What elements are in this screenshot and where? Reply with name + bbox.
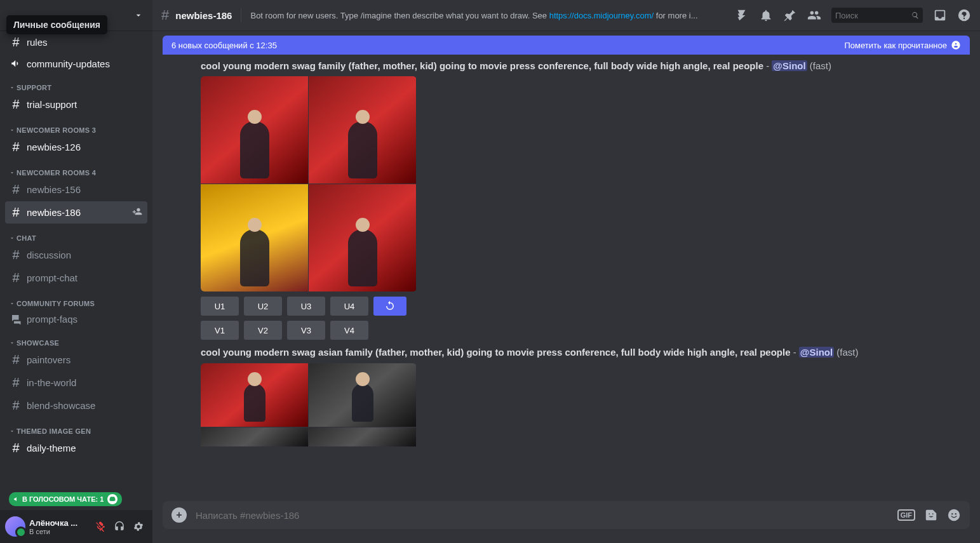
prompt-text: cool young modern swag family (father, m…	[201, 60, 970, 72]
variation-V3[interactable]: V3	[287, 321, 325, 340]
category-header[interactable]: SHOWCASE	[5, 329, 147, 348]
channel-title: newbies-186	[175, 10, 232, 21]
category-header[interactable]: SUPPORT	[5, 74, 147, 93]
channel-in-the-world[interactable]: #in-the-world	[5, 372, 147, 394]
channel-community-updates[interactable]: community-updates	[5, 54, 147, 73]
hash-icon: #	[10, 398, 22, 413]
forum-icon	[10, 313, 22, 325]
channel-daily-theme[interactable]: #daily-theme	[5, 437, 147, 459]
upscale-U4[interactable]: U4	[330, 297, 368, 316]
hash-icon: #	[10, 271, 22, 285]
category-header[interactable]: CHAT	[5, 224, 147, 243]
channel-paintovers[interactable]: #paintovers	[5, 349, 147, 371]
channel-topic[interactable]: Bot room for new users. Type /imagine th…	[250, 11, 728, 20]
category-header[interactable]: COMMUNITY FORUMS	[5, 290, 147, 309]
mention[interactable]: @Sinol	[799, 347, 834, 358]
variation-V4[interactable]: V4	[330, 321, 368, 340]
search-box[interactable]	[831, 8, 923, 23]
user-info[interactable]: Алёночка ... В сети	[29, 518, 88, 535]
channel-label: blend-showcase	[27, 400, 95, 411]
channel-label: community-updates	[27, 58, 110, 69]
channel-discussion[interactable]: #discussion	[5, 244, 147, 266]
pin-icon[interactable]	[783, 8, 797, 22]
message: cool young modern swag family (father, m…	[165, 55, 970, 341]
channel-label: newbies-126	[27, 142, 81, 152]
channel-rules[interactable]: #rules	[5, 31, 147, 53]
new-messages-bar[interactable]: 6 новых сообщений с 12:35 Пометить как п…	[163, 36, 970, 55]
hash-icon: #	[10, 441, 22, 455]
user-panel: Алёночка ... В сети	[0, 510, 152, 543]
channel-label: prompt-chat	[27, 272, 77, 283]
prompt-text: cool young modern swag asian family (fat…	[201, 346, 970, 359]
channel-blend-showcase[interactable]: #blend-showcase	[5, 394, 147, 417]
channel-label: in-the-world	[27, 377, 76, 388]
speaker-icon	[13, 496, 20, 502]
image-grid[interactable]	[201, 363, 417, 491]
channel-newbies-156[interactable]: #newbies-156	[5, 178, 147, 201]
inbox-icon[interactable]	[933, 8, 947, 22]
emoji-button[interactable]	[947, 508, 961, 522]
hash-icon: #	[10, 375, 22, 390]
settings-button[interactable]	[130, 518, 147, 535]
upscale-U3[interactable]: U3	[287, 297, 325, 316]
mark-read-button[interactable]: Пометить как прочитанное	[845, 40, 961, 50]
search-icon	[911, 11, 919, 20]
message-input-box: + GIF	[163, 501, 970, 529]
avatar[interactable]	[5, 516, 25, 537]
image-grid[interactable]	[201, 76, 417, 292]
megaphone-icon	[10, 58, 22, 69]
user-name: Алёночка ...	[29, 518, 88, 528]
hash-icon: #	[161, 7, 169, 23]
channel-label: paintovers	[27, 354, 70, 365]
reroll-button[interactable]	[373, 297, 406, 316]
channel-label: rules	[27, 37, 48, 48]
voice-badge[interactable]: В ГОЛОСОВОМ ЧАТЕ: 1	[9, 492, 122, 506]
message-input[interactable]	[196, 510, 889, 521]
hash-icon: #	[10, 140, 22, 154]
mute-button[interactable]	[91, 518, 109, 535]
channel-label: prompt-faqs	[27, 314, 77, 325]
channel-prompt-faqs[interactable]: prompt-faqs	[5, 309, 147, 328]
hash-icon: #	[10, 182, 22, 197]
channel-label: daily-theme	[27, 443, 76, 453]
notifications-icon[interactable]	[759, 8, 773, 22]
variation-V2[interactable]: V2	[244, 321, 282, 340]
svg-point-4	[955, 513, 957, 514]
new-messages-text: 6 новых сообщений с 12:35	[171, 41, 277, 50]
svg-point-2	[948, 509, 960, 521]
deafen-button[interactable]	[111, 518, 128, 535]
category-header[interactable]: NEWCOMER ROOMS 3	[5, 116, 147, 135]
variation-V1[interactable]: V1	[201, 321, 239, 340]
channel-prompt-chat[interactable]: #prompt-chat	[5, 267, 147, 289]
message: cool young modern swag asian family (fat…	[165, 341, 970, 492]
channel-newbies-186[interactable]: #newbies-186	[5, 201, 147, 224]
svg-point-1	[963, 18, 965, 19]
channel-header: # newbies-186 Bot room for new users. Ty…	[152, 0, 980, 30]
topic-link[interactable]: https://docs.midjourney.com/	[549, 11, 654, 20]
mark-read-icon	[951, 40, 961, 50]
members-icon[interactable]	[807, 8, 821, 22]
attach-button[interactable]: +	[171, 507, 187, 523]
sticker-button[interactable]	[924, 508, 938, 522]
search-input[interactable]	[835, 11, 909, 20]
upscale-U1[interactable]: U1	[201, 297, 239, 316]
upscale-U2[interactable]: U2	[244, 297, 282, 316]
add-user-icon[interactable]	[132, 206, 142, 218]
channel-sidebar: Личные сообщения #rulescommunity-updates…	[0, 0, 152, 543]
help-icon[interactable]	[957, 8, 971, 22]
voice-badge-text: В ГОЛОСОВОМ ЧАТЕ: 1	[22, 495, 104, 503]
dm-tooltip: Личные сообщения	[6, 15, 107, 34]
hash-icon: #	[10, 35, 22, 50]
user-status: В сети	[29, 528, 88, 535]
hash-icon: #	[10, 205, 22, 220]
gif-button[interactable]: GIF	[897, 509, 915, 521]
mention[interactable]: @Sinol	[772, 60, 807, 71]
category-header[interactable]: THEMED IMAGE GEN	[5, 417, 147, 436]
channel-newbies-126[interactable]: #newbies-126	[5, 136, 147, 158]
category-header[interactable]: NEWCOMER ROOMS 4	[5, 159, 147, 178]
hash-icon: #	[10, 248, 22, 262]
channel-label: trial-support	[27, 99, 77, 110]
threads-icon[interactable]	[735, 8, 749, 22]
hash-icon: #	[10, 97, 22, 112]
channel-trial-support[interactable]: #trial-support	[5, 93, 147, 116]
